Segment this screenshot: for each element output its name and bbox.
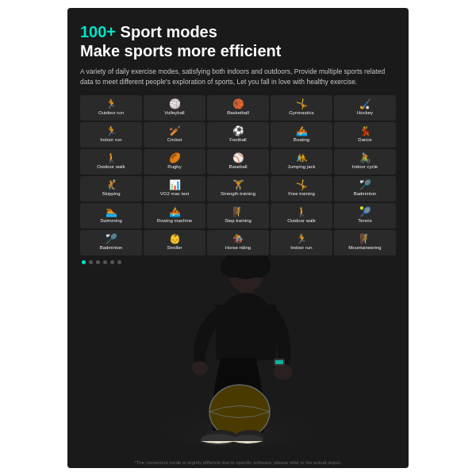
sport-icon: 🧗 — [232, 206, 244, 217]
dots-row — [82, 260, 396, 264]
headline-part2: Sport modes — [116, 23, 217, 40]
carousel-dot[interactable] — [117, 260, 121, 264]
sport-label: Outdoor walk — [97, 164, 125, 170]
sport-icon: 🚶 — [296, 206, 308, 217]
carousel-dot[interactable] — [96, 260, 100, 264]
sport-item: 🏸Badminton — [80, 230, 142, 255]
sport-icon: 🚶 — [106, 152, 117, 163]
sport-label: Boating — [294, 137, 309, 143]
svg-rect-11 — [275, 360, 283, 364]
headline: 100+ Sport modes Make sports more effici… — [80, 22, 396, 60]
sport-icon: 📊 — [169, 179, 181, 190]
sport-label: Indoor run — [100, 137, 121, 143]
sport-item: 🧗Step training — [207, 203, 269, 228]
sport-label: Stroller — [167, 245, 182, 251]
sport-item: 🏃Indoor run — [271, 230, 332, 255]
svg-rect-7 — [216, 305, 276, 360]
sport-icon: 🏊 — [106, 206, 117, 217]
sport-icon: 🧗 — [359, 233, 371, 244]
sport-label: Skipping — [102, 191, 120, 197]
sport-item: 🏏Cricket — [144, 122, 205, 148]
sport-item: 🏉Rugby — [144, 149, 205, 175]
sport-item: 👶Stroller — [144, 230, 205, 255]
sport-item: 🚴Indoor cycle — [334, 149, 396, 175]
sport-label: VO2 max test — [160, 191, 189, 197]
headline-part3: Make sports more efficient — [80, 42, 281, 60]
sport-item: ⚽Football — [207, 122, 269, 148]
sport-icon: ⚾ — [232, 152, 244, 163]
sport-icon: 🚣 — [296, 125, 308, 136]
sport-label: Badminton — [100, 245, 123, 251]
headline-highlight: 100+ — [80, 23, 116, 40]
sport-item: 🏇Horse riding — [207, 230, 269, 255]
sport-label: Rowing machine — [157, 218, 192, 224]
sport-label: Outdoor run — [98, 110, 124, 116]
sport-label: Football — [229, 137, 246, 143]
svg-point-9 — [192, 361, 208, 375]
sport-label: Rugby — [167, 164, 181, 170]
sport-icon: 🤼 — [296, 152, 308, 163]
sport-item: 🏊Swimming — [80, 203, 142, 228]
sport-item: 🚶Outdoor walk — [271, 203, 332, 228]
svg-point-8 — [274, 364, 293, 380]
sport-icon: 🏑 — [359, 98, 371, 109]
sport-item: 🏃Indoor run — [80, 122, 142, 148]
sport-icon: 🚴 — [359, 152, 371, 163]
sport-icon: 🚣 — [169, 206, 181, 217]
sport-icon: 🏉 — [169, 152, 181, 163]
sport-item: 🤼Jumping jack — [271, 149, 332, 175]
sport-label: Baseball — [228, 164, 247, 170]
sport-item: 🏋Strength training — [207, 176, 269, 202]
sport-icon: 🏃 — [106, 98, 117, 109]
sport-item: 🤸Free training — [271, 176, 332, 202]
sport-item: ⚾Baseball — [207, 149, 269, 175]
sport-label: Basketball — [227, 110, 249, 116]
sport-icon: 🤸 — [296, 179, 308, 190]
sport-item: 🚣Boating — [271, 122, 332, 148]
sport-label: Cricket — [167, 137, 182, 143]
sport-icon: ⚽ — [232, 125, 244, 136]
product-card: 100+ Sport modes Make sports more effici… — [67, 8, 409, 468]
sport-label: Gymnastics — [289, 110, 313, 116]
sport-icon: 🤾 — [106, 179, 117, 190]
sport-item: 🏑Hockey — [334, 95, 396, 121]
sport-item: 🤾Skipping — [80, 176, 142, 202]
sport-item: 🎾Tennis — [334, 203, 396, 228]
sport-item: 📊VO2 max test — [144, 176, 205, 202]
sport-label: Indoor run — [290, 245, 312, 251]
sport-label: Free training — [288, 191, 315, 197]
sport-label: Mountaineering — [348, 245, 381, 251]
sport-label: Dance — [358, 137, 371, 143]
carousel-dot[interactable] — [110, 260, 114, 264]
sport-label: Jumping jack — [287, 164, 315, 170]
sport-icon: 🏋 — [232, 179, 244, 190]
sport-item: 🏐Volleyball — [144, 95, 205, 121]
sport-icon: 🏏 — [169, 125, 181, 136]
sport-icon: 💃 — [359, 125, 371, 136]
sport-icon: 🎾 — [359, 206, 371, 217]
sport-icon: 🤸 — [296, 98, 308, 109]
sport-icon: 🏇 — [232, 233, 244, 244]
sports-grid: 🏃Outdoor run🏐Volleyball🏀Basketball🤸Gymna… — [80, 95, 396, 255]
sport-icon: 🏸 — [106, 233, 117, 244]
sport-label: Swimming — [100, 218, 122, 224]
sport-icon: 👶 — [169, 233, 181, 244]
sport-label: Indoor cycle — [352, 164, 378, 170]
sport-label: Tennis — [358, 218, 371, 224]
sport-label: Strength training — [221, 191, 255, 197]
sport-item: 🧗Mountaineering — [334, 230, 396, 255]
sport-label: Horse riding — [225, 245, 251, 251]
sport-icon: 🏀 — [232, 98, 244, 109]
content-area: 100+ Sport modes Make sports more effici… — [67, 8, 409, 264]
carousel-dot[interactable] — [82, 260, 86, 264]
carousel-dot[interactable] — [103, 260, 107, 264]
sport-item: 🏸Badminton — [334, 176, 396, 202]
sport-label: Outdoor walk — [287, 218, 315, 224]
sport-item: 💃Dance — [334, 122, 396, 148]
carousel-dot[interactable] — [89, 260, 93, 264]
sport-item: 🚣Rowing machine — [144, 203, 205, 228]
subtext: A variety of daily exercise modes, satis… — [80, 67, 396, 87]
sport-icon: 🏸 — [359, 179, 371, 190]
sport-item: 🏃Outdoor run — [80, 95, 142, 121]
footer-note: *The movement mode is slightly different… — [67, 460, 409, 465]
